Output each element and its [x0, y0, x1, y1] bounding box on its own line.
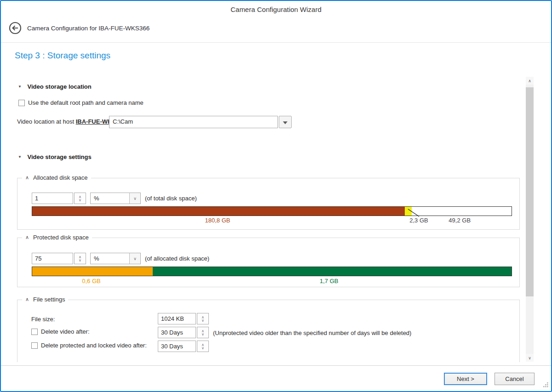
protected-unit-select[interactable]: % ∨	[90, 253, 141, 264]
protected-space-label: 1,7 GB	[320, 278, 338, 284]
allocated-value-spinner: 1 ∧ ∨	[32, 193, 86, 204]
delete-video-checkbox[interactable]	[31, 329, 38, 335]
spinner-buttons[interactable]: ∧ ∨	[197, 327, 209, 338]
window-title: Camera Configuration Wizard	[1, 6, 551, 13]
spinner-buttons[interactable]: ∧ ∨	[74, 253, 86, 264]
unprotected-space-label: 0,6 GB	[82, 278, 100, 284]
header-title: Camera Configuration for IBA-FUE-WKS366	[27, 25, 150, 32]
allocated-unit-select[interactable]: % ∨	[90, 193, 141, 204]
back-arrow-icon	[9, 29, 22, 36]
footer-separator	[1, 365, 551, 366]
delete-protected-label: Delete protected and locked video after:	[41, 342, 147, 349]
video-location-combobox[interactable]: C:\Cam	[109, 116, 292, 128]
delete-video-label: Delete video after:	[41, 328, 90, 335]
protected-disk-space-group: ∧ Protected disk space 75 ∧ ∨ % ∨ (of al…	[17, 238, 520, 287]
free-space-label: 49,2 GB	[448, 217, 471, 224]
protected-group-legend[interactable]: ∧ Protected disk space	[22, 234, 92, 241]
dropdown-button[interactable]	[279, 116, 292, 128]
dropdown-arrow-icon	[283, 121, 288, 124]
file-settings-legend[interactable]: ∧ File settings	[22, 296, 68, 303]
scrollbar-thumb[interactable]	[526, 87, 534, 296]
allocated-space-label: 2,3 GB	[409, 217, 428, 224]
group-title: File settings	[33, 296, 65, 303]
protected-space-segment	[153, 267, 512, 276]
unit-value: %	[91, 253, 129, 264]
allocated-value-input[interactable]: 1	[32, 193, 73, 204]
allocated-hint: (of total disk space)	[145, 195, 197, 202]
delete-protected-spinner: 30 Days ∧ ∨	[158, 341, 209, 352]
content-area: ▼ Video storage location Use the default…	[1, 72, 523, 362]
file-size-spinner: 1024 KB ∧ ∨	[158, 313, 209, 324]
free-space-segment	[412, 207, 512, 216]
used-space-label: 180,8 GB	[205, 217, 230, 224]
delete-protected-checkbox[interactable]	[31, 342, 38, 349]
leader-line	[408, 209, 421, 218]
section-title: Video storage location	[28, 83, 92, 90]
collapse-triangle-icon: ▼	[18, 155, 22, 159]
file-size-label: File size:	[31, 316, 55, 323]
spin-down-icon[interactable]: ∨	[201, 333, 204, 336]
step-title: Step 3 : Storage settings	[15, 51, 110, 61]
delete-protected-row: Delete protected and locked video after:	[31, 342, 147, 349]
protected-hint: (of allocated disk space)	[145, 255, 209, 262]
collapse-chevron-icon: ∧	[25, 296, 29, 302]
allocated-group-legend[interactable]: ∧ Allocated disk space	[22, 174, 91, 181]
video-location-value[interactable]: C:\Cam	[109, 116, 278, 128]
delete-protected-input[interactable]: 30 Days	[158, 341, 196, 352]
spinner-buttons[interactable]: ∧ ∨	[197, 313, 209, 324]
default-path-checkbox[interactable]	[18, 100, 25, 106]
chevron-down-icon[interactable]: ∨	[129, 193, 140, 204]
header-separator	[1, 42, 551, 43]
allocated-bar-labels: 180,8 GB 2,3 GB 49,2 GB	[32, 217, 512, 224]
spin-down-icon[interactable]: ∨	[201, 319, 204, 322]
resize-grip-icon[interactable]	[542, 381, 549, 389]
default-path-checkbox-label: Use the default root path and camera nam…	[28, 99, 144, 106]
protected-value-spinner: 75 ∧ ∨	[32, 253, 86, 264]
section-title: Video storage settings	[28, 153, 92, 160]
scroll-down-icon[interactable]: ∨	[526, 354, 534, 362]
file-size-input[interactable]: 1024 KB	[158, 313, 196, 324]
file-settings-group: ∧ File settings File size: 1024 KB ∧ ∨ D…	[17, 300, 520, 362]
group-title: Protected disk space	[33, 234, 89, 241]
group-title: Allocated disk space	[33, 174, 88, 181]
protected-bar-labels: 0,6 GB 1,7 GB	[32, 278, 512, 284]
back-button[interactable]	[9, 22, 22, 34]
protected-disk-bar	[32, 267, 512, 276]
unit-value: %	[91, 193, 129, 204]
section-video-storage-location[interactable]: ▼ Video storage location	[18, 83, 92, 90]
spinner-buttons[interactable]: ∧ ∨	[197, 341, 209, 352]
used-space-segment	[32, 207, 405, 216]
collapse-triangle-icon: ▼	[18, 85, 22, 89]
delete-video-hint: (Unprotected video older than the specif…	[213, 330, 411, 336]
scroll-up-icon[interactable]: ∧	[526, 77, 534, 85]
chevron-down-icon[interactable]: ∨	[129, 253, 140, 264]
spin-down-icon[interactable]: ∨	[79, 199, 81, 202]
allocated-disk-bar	[32, 206, 512, 216]
collapse-chevron-icon: ∧	[25, 175, 29, 181]
spin-down-icon[interactable]: ∨	[201, 347, 204, 350]
next-button[interactable]: Next >	[444, 373, 487, 385]
section-video-storage-settings[interactable]: ▼ Video storage settings	[18, 153, 92, 160]
spin-down-icon[interactable]: ∨	[79, 259, 81, 262]
unprotected-space-segment	[32, 267, 153, 276]
allocated-disk-space-group: ∧ Allocated disk space 1 ∧ ∨ % ∨ (of tot…	[17, 178, 520, 230]
spinner-buttons[interactable]: ∧ ∨	[74, 193, 86, 204]
collapse-chevron-icon: ∧	[25, 234, 29, 240]
default-path-checkbox-row: Use the default root path and camera nam…	[18, 99, 144, 106]
delete-video-input[interactable]: 30 Days	[158, 327, 196, 338]
protected-value-input[interactable]: 75	[32, 253, 73, 264]
delete-video-row: Delete video after:	[31, 328, 90, 335]
camera-configuration-wizard-window: Camera Configuration Wizard Camera Confi…	[0, 0, 552, 392]
delete-video-spinner: 30 Days ∧ ∨	[158, 327, 209, 338]
vertical-scrollbar[interactable]: ∧ ∨	[526, 77, 534, 362]
cancel-button[interactable]: Cancel	[494, 373, 535, 385]
